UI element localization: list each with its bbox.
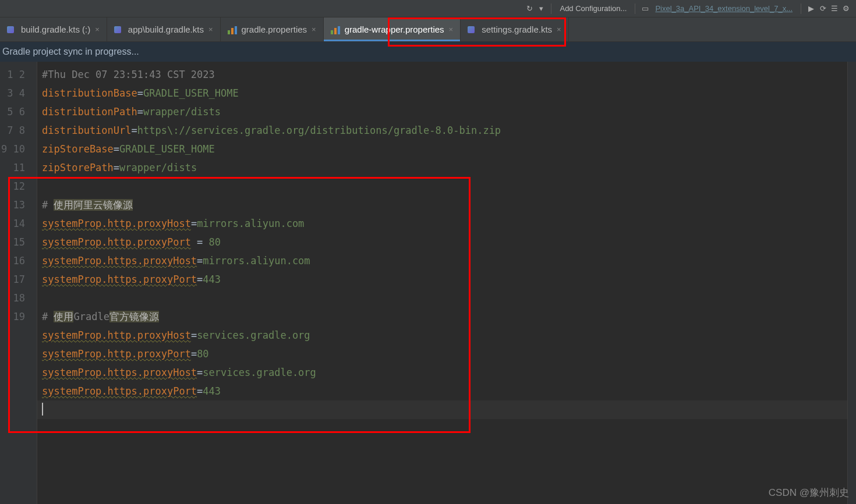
sync-icon[interactable]: ↻ — [524, 3, 535, 14]
separator — [801, 3, 801, 14]
code-line[interactable]: systemProp.http.proxyPort=80 — [42, 345, 847, 363]
debug-icon[interactable]: ⟳ — [818, 3, 828, 14]
editor-tabs: build.gradle.kts (:)×app\build.gradle.kt… — [0, 17, 856, 42]
close-icon[interactable]: × — [95, 25, 100, 34]
code-line[interactable]: systemProp.http.proxyPort = 80 — [42, 233, 847, 251]
kts-file-icon — [7, 25, 16, 34]
kts-file-icon — [114, 25, 123, 34]
sync-status-bar: Gradle project sync in progress... — [0, 42, 856, 62]
tab-label: build.gradle.kts (:) — [21, 24, 90, 34]
code-line[interactable]: systemProp.http.proxyHost=services.gradl… — [42, 326, 847, 345]
main-toolbar: ↻ ▾ Add Configuration... ▭ Pixel_3a_API_… — [0, 0, 856, 17]
code-line[interactable]: systemProp.https.proxyHost=services.grad… — [42, 363, 847, 382]
sync-message: Gradle project sync in progress... — [2, 47, 139, 57]
code-line[interactable]: # 使用Gradle官方镜像源 — [42, 307, 847, 326]
kts-file-icon — [468, 25, 477, 34]
editor-tab[interactable]: build.gradle.kts (:)× — [0, 17, 107, 41]
gradle-file-icon — [228, 25, 237, 34]
gradle-file-icon — [331, 25, 340, 34]
add-configuration-button[interactable]: Add Configuration... — [556, 4, 630, 13]
code-line[interactable]: distributionUrl=https\://services.gradle… — [42, 121, 847, 140]
code-line[interactable]: zipStoreBase=GRADLE_USER_HOME — [42, 140, 847, 158]
editor-tab[interactable]: settings.gradle.kts× — [461, 17, 569, 41]
close-icon[interactable]: × — [312, 25, 316, 34]
profile-icon[interactable]: ☰ — [829, 3, 840, 14]
dropdown-icon[interactable]: ▾ — [536, 3, 546, 14]
right-gutter — [848, 62, 856, 504]
tab-label: app\build.gradle.kts — [128, 24, 204, 34]
code-line[interactable] — [42, 400, 847, 419]
run-icon[interactable]: ▶ — [806, 3, 816, 14]
code-line[interactable]: systemProp.https.proxyPort=443 — [42, 270, 847, 289]
code-line[interactable]: systemProp.http.proxyHost=mirrors.aliyun… — [42, 214, 847, 233]
code-line[interactable]: #Thu Dec 07 23:51:43 CST 2023 — [42, 65, 847, 84]
editor-tab[interactable]: gradle-wrapper.properties× — [324, 17, 461, 41]
code-line[interactable]: distributionPath=wrapper/dists — [42, 102, 847, 121]
line-gutter: 1 2 3 4 5 6 7 8 9 10 11 12 13 14 15 16 1… — [0, 62, 37, 504]
editor-tab[interactable]: gradle.properties× — [221, 17, 324, 41]
code-line[interactable] — [42, 177, 847, 196]
editor: 1 2 3 4 5 6 7 8 9 10 11 12 13 14 15 16 1… — [0, 62, 856, 504]
code-line[interactable]: # 使用阿里云镜像源 — [42, 196, 847, 214]
code-line[interactable]: zipStorePath=wrapper/dists — [42, 158, 847, 177]
editor-tab[interactable]: app\build.gradle.kts× — [107, 17, 221, 41]
close-icon[interactable]: × — [449, 25, 454, 34]
tab-label: gradle.properties — [242, 24, 307, 34]
device-selector[interactable]: Pixel_3a_API_34_extension_level_7_x... — [652, 4, 796, 13]
device-icon: ▭ — [640, 3, 650, 14]
close-icon[interactable]: × — [208, 25, 213, 34]
tab-label: gradle-wrapper.properties — [345, 24, 444, 34]
close-icon[interactable]: × — [557, 25, 561, 34]
watermark: CSDN @豫州刺史 — [769, 486, 849, 499]
separator — [551, 3, 551, 14]
code-line[interactable] — [42, 289, 847, 307]
tab-label: settings.gradle.kts — [482, 24, 552, 34]
more-icon[interactable]: ⚙ — [841, 3, 851, 14]
code-area[interactable]: #Thu Dec 07 23:51:43 CST 2023distributio… — [37, 62, 848, 504]
separator — [635, 3, 635, 14]
code-line[interactable]: distributionBase=GRADLE_USER_HOME — [42, 84, 847, 102]
code-line[interactable]: systemProp.https.proxyPort=443 — [42, 382, 847, 400]
code-line[interactable]: systemProp.https.proxyHost=mirrors.aliyu… — [42, 251, 847, 270]
